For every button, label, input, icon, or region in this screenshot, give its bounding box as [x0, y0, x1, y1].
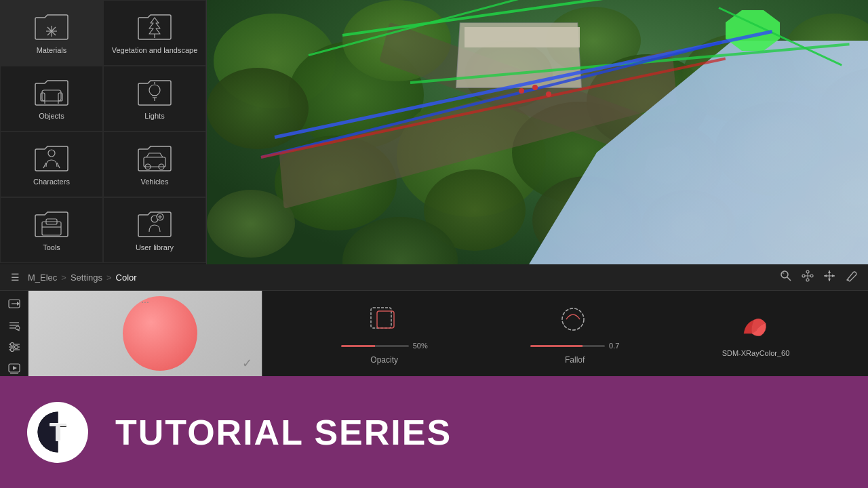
logo	[27, 402, 88, 463]
fallof-group: 0.7 Fallof	[530, 302, 619, 365]
sdm-group: SDM-XRayColor_60	[722, 310, 790, 357]
sdm-name: SDM-XRayColor_60	[722, 349, 790, 357]
svg-rect-12	[58, 93, 62, 101]
fallof-slider[interactable]	[530, 345, 605, 347]
tools-label: Tools	[43, 243, 60, 251]
svg-line-7	[47, 27, 52, 31]
search-icon[interactable]	[780, 270, 792, 285]
fallof-slider-row: 0.7	[530, 342, 619, 350]
svg-point-39	[806, 279, 809, 281]
transform-icon[interactable]	[823, 270, 835, 285]
toolbar-row: ☰ M_Elec > Settings > Color	[0, 264, 868, 291]
user-library-folder-icon	[137, 209, 172, 238]
panel-row: ✓ ··· 50% Opacity	[0, 291, 868, 376]
panel-icon-layers[interactable]	[5, 318, 24, 333]
svg-rect-73	[56, 426, 60, 441]
vehicles-folder-icon	[137, 144, 172, 172]
fallof-icon	[555, 302, 595, 336]
svg-line-21	[43, 163, 46, 168]
lights-folder-icon	[137, 78, 172, 106]
svg-marker-45	[828, 279, 831, 281]
svg-marker-47	[832, 274, 835, 277]
breadcrumb-part-1[interactable]: M_Elec	[28, 272, 57, 283]
properties-area: 50% Opacity 0.7 Fallof	[262, 291, 868, 376]
opacity-value: 50%	[413, 342, 428, 350]
scene-elements	[207, 0, 868, 264]
sidebar: Materials Vegetation and landscape	[0, 0, 207, 264]
objects-folder-icon	[34, 78, 69, 106]
breadcrumb-current: Color	[116, 272, 137, 283]
bottom-banner: TUTORIAL SERIES	[0, 376, 868, 488]
sidebar-item-tools[interactable]: Tools	[0, 197, 103, 263]
menu-icon[interactable]: ☰	[11, 272, 20, 283]
svg-marker-8	[149, 18, 160, 34]
viewport[interactable]	[207, 0, 868, 264]
svg-point-36	[802, 274, 805, 277]
tools-folder-icon	[34, 209, 69, 238]
svg-line-22	[57, 163, 60, 168]
fallof-value: 0.7	[609, 342, 619, 350]
vehicles-label: Vehicles	[141, 178, 169, 186]
svg-marker-64	[13, 366, 17, 370]
svg-rect-26	[42, 222, 61, 235]
banner-title: TUTORIAL SERIES	[115, 412, 452, 453]
panel-icon-play[interactable]	[5, 361, 24, 376]
svg-rect-11	[41, 93, 45, 101]
svg-point-61	[14, 346, 18, 349]
materials-folder-icon	[34, 12, 69, 41]
breadcrumb: M_Elec > Settings > Color	[28, 272, 137, 283]
characters-folder-icon	[34, 144, 69, 172]
sidebar-item-lights[interactable]: Lights	[103, 66, 206, 131]
objects-label: Objects	[39, 112, 64, 120]
breadcrumb-part-2[interactable]: Settings	[71, 272, 102, 283]
preview-thumbnail: ✓ ···	[28, 291, 262, 376]
checkmark-icon: ✓	[242, 356, 252, 371]
opacity-slider-row: 50%	[341, 342, 428, 350]
breadcrumb-sep-1: >	[61, 272, 66, 283]
sidebar-item-objects[interactable]: Objects	[0, 66, 103, 131]
more-options-icon[interactable]: ···	[141, 296, 149, 307]
svg-point-62	[10, 348, 14, 352]
vegetation-label: Vegetation and landscape	[112, 46, 198, 54]
breadcrumb-sep-2: >	[106, 272, 112, 283]
fallof-label: Fallof	[565, 355, 585, 365]
opacity-label: Opacity	[370, 355, 398, 365]
user-library-label: User library	[136, 243, 174, 251]
svg-line-1	[52, 27, 56, 31]
vegetation-folder-icon	[137, 12, 172, 41]
svg-rect-23	[144, 157, 165, 167]
svg-point-20	[48, 150, 55, 157]
svg-point-33	[781, 271, 788, 278]
sidebar-item-materials[interactable]: Materials	[0, 0, 103, 66]
toolbar-tools	[780, 270, 857, 285]
svg-line-5	[47, 31, 52, 35]
sidebar-item-characters[interactable]: Characters	[0, 131, 103, 197]
svg-line-34	[787, 277, 791, 281]
svg-marker-44	[828, 270, 831, 273]
sdm-icon	[735, 310, 776, 344]
svg-point-38	[810, 274, 813, 277]
preview-sphere	[123, 296, 197, 371]
svg-rect-72	[50, 423, 66, 426]
sidebar-item-vegetation[interactable]: Vegetation and landscape	[103, 0, 206, 66]
svg-point-35	[783, 272, 785, 274]
svg-point-37	[806, 270, 809, 273]
svg-line-3	[52, 31, 56, 35]
panel-left-icons	[0, 291, 28, 376]
nodes-icon[interactable]	[802, 270, 814, 285]
svg-marker-46	[824, 274, 827, 277]
panel-icon-settings[interactable]	[5, 340, 24, 354]
lights-label: Lights	[144, 112, 164, 120]
edit-icon[interactable]	[845, 270, 857, 285]
middle-section: ☰ M_Elec > Settings > Color	[0, 264, 868, 376]
sidebar-item-user-library[interactable]: User library	[103, 197, 206, 263]
logo-inner	[36, 410, 80, 454]
opacity-icon	[364, 302, 405, 336]
opacity-slider[interactable]	[341, 345, 409, 347]
svg-point-15	[149, 85, 160, 96]
sidebar-item-vehicles[interactable]: Vehicles	[103, 131, 206, 197]
panel-icon-import[interactable]	[5, 296, 24, 311]
materials-label: Materials	[37, 46, 67, 54]
svg-point-68	[562, 308, 584, 330]
opacity-group: 50% Opacity	[341, 302, 428, 365]
